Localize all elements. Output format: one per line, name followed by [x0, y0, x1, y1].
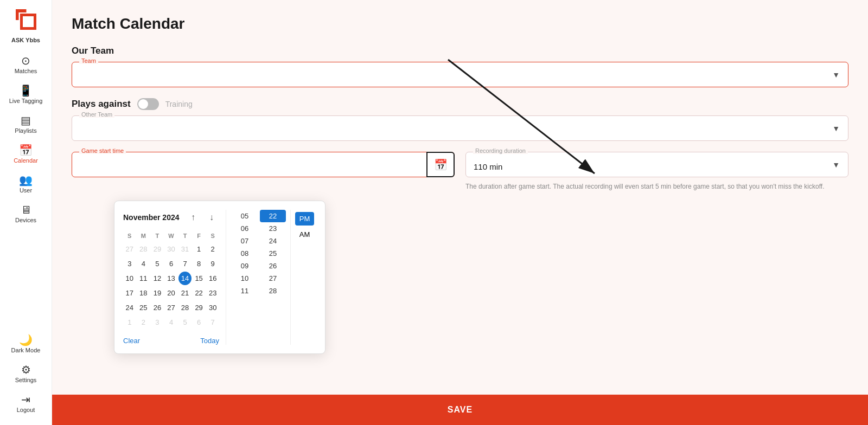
dp-day[interactable]: 16	[206, 272, 219, 285]
dp-hour[interactable]: 10	[232, 272, 258, 285]
dp-day[interactable]: 18	[137, 286, 150, 300]
dp-day[interactable]: 24	[123, 301, 136, 314]
game-row: Game start time 2024-11-14, 04:22 PM 📅 R…	[72, 152, 848, 191]
dp-minute[interactable]: 25	[260, 247, 286, 260]
dp-today-btn[interactable]: Today	[200, 337, 219, 345]
dp-day[interactable]: 29	[151, 242, 164, 256]
sidebar-item-matches[interactable]: ⊙ Matches	[0, 50, 52, 80]
sidebar-item-user[interactable]: 👥 User	[0, 169, 52, 199]
game-start-input[interactable]: 2024-11-14, 04:22 PM	[72, 152, 455, 177]
dp-day[interactable]: 30	[206, 301, 219, 314]
sidebar-item-playlists[interactable]: ▤ Playlists	[0, 110, 52, 139]
dp-day-grid: S M T W T F S 27 28 29 30 31 1 2 3	[123, 230, 219, 329]
dp-pm-item[interactable]: PM	[295, 212, 315, 226]
training-toggle[interactable]	[137, 98, 159, 110]
sidebar-label-dark-mode: Dark Mode	[11, 347, 41, 353]
dp-day[interactable]: 1	[123, 315, 136, 329]
dp-minute[interactable]: 26	[260, 260, 286, 272]
dp-day[interactable]: 4	[165, 315, 178, 329]
dp-prev-arrow[interactable]: ↑	[186, 210, 201, 225]
dp-day[interactable]: 1	[193, 242, 206, 256]
dp-day[interactable]: 25	[137, 301, 150, 314]
save-button[interactable]: SAVE	[52, 395, 868, 425]
dp-day[interactable]: 21	[178, 286, 192, 300]
dp-day[interactable]: 29	[193, 301, 206, 314]
day-header-s2: S	[206, 230, 219, 241]
dp-hour[interactable]: 08	[232, 247, 258, 260]
dp-day[interactable]: 11	[137, 272, 150, 285]
recording-duration-select[interactable]: 110 min 90 min 120 min 150 min	[465, 152, 848, 177]
user-icon: 👥	[19, 175, 33, 185]
dp-day[interactable]: 28	[137, 242, 150, 256]
dp-minute[interactable]: 23	[260, 222, 286, 235]
dp-day[interactable]: 28	[178, 301, 192, 314]
calendar-icon: 📅	[19, 145, 33, 156]
dp-day[interactable]: 3	[151, 315, 164, 329]
dp-day[interactable]: 6	[193, 315, 206, 329]
dp-hour[interactable]: 06	[232, 222, 258, 235]
dp-hour[interactable]: 11	[232, 285, 258, 297]
dp-minute-selected[interactable]: 22	[260, 210, 286, 222]
sidebar-item-dark-mode[interactable]: 🌙 Dark Mode	[0, 329, 52, 359]
sidebar-item-logout[interactable]: ⇥ Logout	[0, 389, 52, 418]
dp-minute[interactable]: 27	[260, 272, 286, 285]
live-tagging-icon: 📱	[19, 85, 33, 96]
dp-minute[interactable]: 28	[260, 285, 286, 297]
team-field-group: Team ASK Ybbs - KM ▼	[72, 62, 848, 87]
dp-day[interactable]: 2	[206, 242, 219, 256]
sidebar-item-live-tagging[interactable]: 📱 Live Tagging	[0, 80, 52, 110]
dp-minute[interactable]: 24	[260, 235, 286, 247]
dp-day[interactable]: 27	[123, 242, 136, 256]
dp-day[interactable]: 27	[165, 301, 178, 314]
other-team-input[interactable]: ASK Ybbs - U23	[72, 115, 848, 141]
dp-am-item[interactable]: AM	[295, 228, 315, 241]
dp-day[interactable]: 12	[151, 272, 164, 285]
dp-day-selected[interactable]: 14	[178, 272, 192, 285]
datepicker-popup: November 2024 ↑ ↓ S M T W T F S 27 28 29	[114, 201, 326, 354]
dp-day[interactable]: 4	[137, 257, 150, 271]
dp-day[interactable]: 5	[178, 315, 192, 329]
dp-day[interactable]: 2	[137, 315, 150, 329]
dp-day[interactable]: 8	[193, 257, 206, 271]
team-input[interactable]: ASK Ybbs - KM	[72, 62, 848, 87]
dp-day[interactable]: 22	[193, 286, 206, 300]
dp-next-arrow[interactable]: ↓	[204, 210, 219, 225]
sidebar-label-devices: Devices	[15, 217, 36, 223]
dp-clear-btn[interactable]: Clear	[123, 337, 140, 345]
sidebar-item-calendar[interactable]: 📅 Calendar	[0, 139, 52, 169]
dp-day[interactable]: 19	[151, 286, 164, 300]
recording-hint: The duration after game start. The actua…	[465, 182, 848, 191]
dp-ampm-col: PM AM	[290, 210, 316, 345]
dp-day[interactable]: 23	[206, 286, 219, 300]
training-label: Training	[165, 100, 193, 108]
dp-day[interactable]: 7	[178, 257, 192, 271]
dp-day[interactable]: 7	[206, 315, 219, 329]
day-header-f: F	[193, 230, 206, 241]
dp-day[interactable]: 15	[193, 272, 206, 285]
dp-hour[interactable]: 09	[232, 260, 258, 272]
other-team-field-label: Other Team	[79, 111, 114, 118]
dp-day[interactable]: 30	[165, 242, 178, 256]
dp-day[interactable]: 13	[165, 272, 178, 285]
dp-minutes-col: 22 23 24 25 26 27 28	[260, 210, 286, 345]
dp-hour[interactable]: 05	[232, 210, 258, 222]
dp-day[interactable]: 9	[206, 257, 219, 271]
sidebar-label-user: User	[20, 187, 32, 194]
dp-day[interactable]: 6	[165, 257, 178, 271]
dp-day[interactable]: 26	[151, 301, 164, 314]
sidebar-item-settings[interactable]: ⚙ Settings	[0, 359, 52, 389]
dp-day[interactable]: 5	[151, 257, 164, 271]
dp-hour[interactable]: 07	[232, 235, 258, 247]
sidebar-item-devices[interactable]: 🖥 Devices	[0, 199, 52, 229]
dp-day[interactable]: 10	[123, 272, 136, 285]
dp-day[interactable]: 17	[123, 286, 136, 300]
logout-icon: ⇥	[21, 394, 30, 405]
game-start-label: Game start time	[79, 147, 126, 154]
calendar-button[interactable]: 📅	[426, 152, 455, 177]
plays-against-label: Plays against	[72, 99, 131, 110]
dp-day[interactable]: 3	[123, 257, 136, 271]
dp-day[interactable]: 31	[178, 242, 192, 256]
dp-day[interactable]: 20	[165, 286, 178, 300]
day-header-w: W	[165, 230, 178, 241]
recording-duration-field-group: Recording duration 110 min 90 min 120 mi…	[465, 152, 848, 177]
